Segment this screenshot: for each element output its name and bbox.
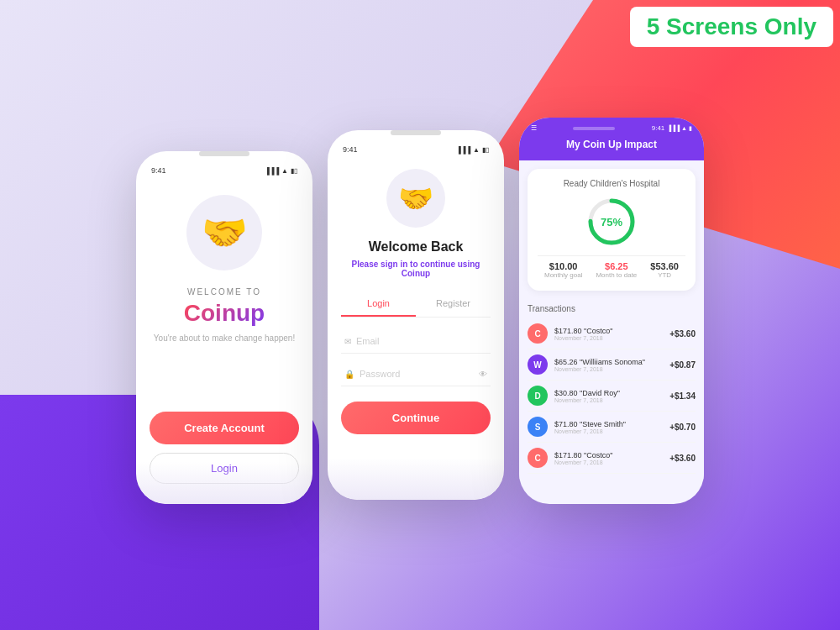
tagline: You're about to make change happen! bbox=[154, 333, 295, 343]
txn-avatar: C bbox=[528, 448, 548, 468]
screen1-content: 🤝 Welcome to Coinup You're about to make… bbox=[136, 178, 312, 497]
dashboard-title: My Coin Up Impact bbox=[531, 139, 692, 150]
phones-wrapper: 9:41 ▐▐▐ ▲ ▮▯ 🤝 Welcome to Coinup You're… bbox=[0, 0, 840, 630]
transaction-item: W $65.26 "Williiams Sonoma" November 7, … bbox=[528, 349, 696, 381]
transaction-item: C $171.80 "Costco" November 7, 2018 +$3.… bbox=[528, 443, 696, 474]
txn-amount: +$3.60 bbox=[669, 454, 696, 463]
notch-3 bbox=[573, 127, 615, 130]
signin-subtitle: Please sign in to continue using Coinup bbox=[341, 260, 491, 278]
transactions-title: Transactions bbox=[528, 304, 696, 313]
txn-info: $65.26 "Williiams Sonoma" November 7, 20… bbox=[554, 358, 669, 372]
screen2-content: 🤝 Welcome Back Please sign in to continu… bbox=[328, 157, 504, 448]
password-input-row[interactable]: 🔒 Password 👁 bbox=[341, 362, 491, 386]
txn-date: November 7, 2018 bbox=[554, 459, 669, 465]
logo-circle: 🤝 bbox=[186, 195, 262, 270]
status-time-2: 9:41 bbox=[343, 145, 358, 154]
status-bar-1: 9:41 ▐▐▐ ▲ ▮▯ bbox=[136, 158, 312, 178]
txn-info: $171.80 "Costco" November 7, 2018 bbox=[554, 451, 669, 465]
heart-logo-icon: 🤝 bbox=[202, 211, 248, 255]
phone-dashboard: ☰ 9:41 ▐▐▐ ▲ ▮ My Coin Up Impact Ready C… bbox=[519, 118, 704, 504]
wave-decoration bbox=[136, 462, 312, 504]
phone-login: 9:41 ▐▐▐ ▲ ▮▯ 🤝 Welcome Back Please sign… bbox=[328, 130, 504, 500]
ytd-lbl: YTD bbox=[650, 271, 679, 279]
month-to-date-val: $6.25 bbox=[596, 261, 637, 271]
notch-2 bbox=[391, 130, 441, 135]
txn-date: November 7, 2018 bbox=[554, 366, 669, 372]
ytd-stat: $53.60 YTD bbox=[650, 261, 679, 279]
status-icons-2: ▐▐▐ ▲ ▮▯ bbox=[456, 146, 489, 154]
txn-name: $171.80 "Costco" bbox=[554, 451, 669, 459]
time-3: 9:41 bbox=[652, 124, 665, 132]
transaction-item: C $171.80 "Costco" November 7, 2018 +$3.… bbox=[528, 318, 696, 349]
hospital-card: Ready Children's Hospital 75% $10.00 Mon… bbox=[528, 169, 696, 291]
signal-icon: ▐▐▐ bbox=[265, 167, 279, 175]
txn-name: $71.80 "Steve Smith" bbox=[554, 420, 669, 428]
txn-amount: +$1.34 bbox=[669, 391, 696, 401]
txn-avatar: W bbox=[528, 354, 548, 375]
txn-avatar: S bbox=[528, 417, 548, 437]
transactions-list: C $171.80 "Costco" November 7, 2018 +$3.… bbox=[528, 318, 696, 474]
tab-register[interactable]: Register bbox=[416, 291, 491, 317]
monthly-goal-lbl: Monthly goal bbox=[544, 271, 582, 279]
auth-tabs: Login Register bbox=[341, 291, 491, 318]
signal-3: ▐▐▐ ▲ ▮ bbox=[667, 125, 692, 132]
stats-row: $10.00 Monthly goal $6.25 Month to date … bbox=[538, 255, 685, 281]
create-account-button[interactable]: Create Account bbox=[150, 412, 299, 444]
screens-badge: 5 Screens Only bbox=[630, 7, 833, 47]
phone-welcome: 9:41 ▐▐▐ ▲ ▮▯ 🤝 Welcome to Coinup You're… bbox=[136, 151, 312, 504]
progress-ring: 75% bbox=[586, 197, 637, 247]
wifi-icon-2: ▲ bbox=[473, 146, 480, 154]
status-bar-3: ☰ 9:41 ▐▐▐ ▲ ▮ bbox=[531, 124, 692, 132]
signal-icon-2: ▐▐▐ bbox=[456, 146, 470, 154]
badge-text: 5 Screens Only bbox=[647, 13, 816, 39]
logo-circle-sm: 🤝 bbox=[386, 169, 445, 228]
txn-amount: +$0.70 bbox=[669, 423, 696, 432]
month-to-date-stat: $6.25 Month to date bbox=[596, 261, 637, 279]
monthly-goal-val: $10.00 bbox=[544, 261, 582, 271]
txn-date: November 7, 2018 bbox=[554, 428, 669, 434]
dashboard-header: ☰ 9:41 ▐▐▐ ▲ ▮ My Coin Up Impact bbox=[519, 118, 704, 160]
progress-percent: 75% bbox=[586, 197, 637, 247]
txn-avatar: C bbox=[528, 323, 548, 344]
txn-avatar: D bbox=[528, 386, 548, 406]
email-placeholder: Email bbox=[356, 336, 487, 346]
status-bar-2: 9:41 ▐▐▐ ▲ ▮▯ bbox=[328, 137, 504, 157]
email-input-row[interactable]: ✉ Email bbox=[341, 329, 491, 354]
wifi-icon: ▲ bbox=[281, 167, 288, 175]
status-time-1: 9:41 bbox=[151, 166, 166, 175]
transaction-item: S $71.80 "Steve Smith" November 7, 2018 … bbox=[528, 412, 696, 443]
tab-login[interactable]: Login bbox=[341, 291, 416, 317]
txn-name: $171.80 "Costco" bbox=[554, 327, 669, 335]
ytd-val: $53.60 bbox=[650, 261, 679, 271]
txn-date: November 7, 2018 bbox=[554, 335, 669, 341]
battery-icon-2: ▮▯ bbox=[482, 146, 489, 154]
heart-logo-icon-2: 🤝 bbox=[398, 181, 433, 215]
welcome-label: Welcome to bbox=[187, 287, 261, 297]
status-icons-1: ▐▐▐ ▲ ▮▯ bbox=[265, 167, 297, 175]
progress-ring-wrap: 75% bbox=[538, 197, 685, 247]
battery-icon: ▮▯ bbox=[291, 167, 297, 175]
hospital-name: Ready Children's Hospital bbox=[538, 179, 685, 188]
status-icons-3: 9:41 ▐▐▐ ▲ ▮ bbox=[652, 124, 692, 132]
txn-info: $171.80 "Costco" November 7, 2018 bbox=[554, 327, 669, 341]
menu-icon[interactable]: ☰ bbox=[531, 124, 537, 132]
txn-date: November 7, 2018 bbox=[554, 397, 669, 403]
lock-icon: 🔒 bbox=[344, 370, 354, 379]
txn-info: $71.80 "Steve Smith" November 7, 2018 bbox=[554, 420, 669, 434]
txn-info: $30.80 "David Roy" November 7, 2018 bbox=[554, 389, 669, 403]
txn-name: $65.26 "Williiams Sonoma" bbox=[554, 358, 669, 366]
app-name: Coinup bbox=[184, 300, 265, 327]
notch-1 bbox=[199, 151, 249, 156]
eye-icon[interactable]: 👁 bbox=[479, 370, 487, 379]
txn-name: $30.80 "David Roy" bbox=[554, 389, 669, 397]
monthly-goal-stat: $10.00 Monthly goal bbox=[544, 261, 582, 279]
transaction-item: D $30.80 "David Roy" November 7, 2018 +$… bbox=[528, 381, 696, 412]
password-placeholder: Password bbox=[360, 369, 479, 379]
transactions-section: Transactions C $171.80 "Costco" November… bbox=[519, 299, 704, 479]
txn-amount: +$0.87 bbox=[669, 360, 696, 370]
welcome-back-title: Welcome Back bbox=[369, 239, 464, 255]
screen3-content: Ready Children's Hospital 75% $10.00 Mon… bbox=[519, 169, 704, 479]
txn-amount: +$3.60 bbox=[669, 329, 696, 339]
continue-button[interactable]: Continue bbox=[341, 402, 491, 434]
email-icon: ✉ bbox=[344, 337, 351, 346]
